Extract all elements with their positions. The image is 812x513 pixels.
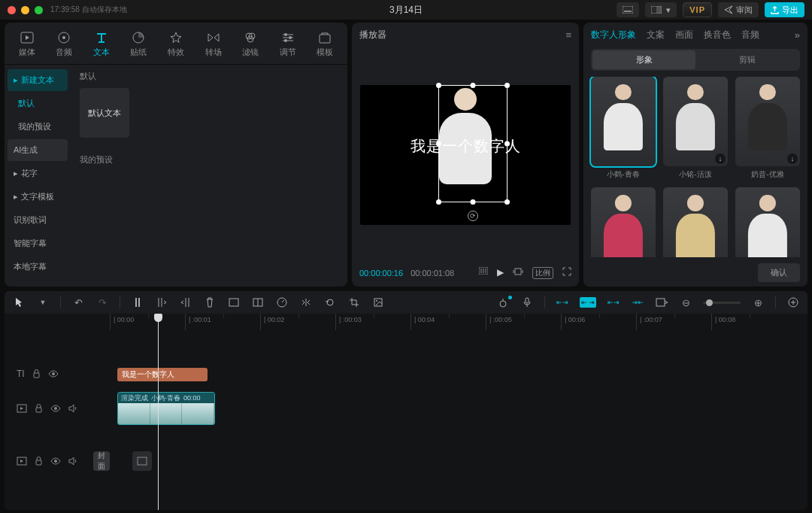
snap-c[interactable]: ⇤⇥ bbox=[607, 297, 620, 308]
trim-right-tool[interactable] bbox=[179, 297, 192, 308]
visibility-icon[interactable] bbox=[50, 457, 61, 465]
snap-a[interactable]: ⇤⇥ bbox=[556, 297, 569, 308]
rotate-handle[interactable]: ⟳ bbox=[468, 211, 478, 221]
crop-tool[interactable] bbox=[347, 297, 361, 308]
rtab-audio[interactable]: 音频 bbox=[741, 29, 759, 41]
review-button[interactable]: 审阅 bbox=[718, 2, 759, 17]
tab-audio[interactable]: 音频 bbox=[47, 27, 83, 64]
minimize-window[interactable] bbox=[21, 6, 29, 14]
send-icon bbox=[724, 5, 733, 14]
auto-tool[interactable] bbox=[496, 297, 510, 308]
assets-panel: 媒体 音频 文本 贴纸 特效 转场 滤镜 调节 模板 ▸新建文本 默认 我的预设… bbox=[5, 23, 347, 287]
sidebar-my-presets[interactable]: 我的预设 bbox=[8, 116, 68, 138]
tab-sticker[interactable]: 贴纸 bbox=[121, 27, 157, 64]
pointer-tool[interactable] bbox=[12, 297, 26, 308]
svg-point-13 bbox=[284, 39, 287, 42]
maximize-window[interactable] bbox=[35, 6, 43, 14]
trim-left-tool[interactable] bbox=[155, 297, 168, 308]
playhead[interactable] bbox=[158, 314, 159, 510]
zoom-out[interactable]: ⊖ bbox=[679, 297, 692, 308]
tab-media[interactable]: 媒体 bbox=[9, 27, 45, 64]
seg-shape[interactable]: 形象 bbox=[592, 50, 695, 69]
avatar-card[interactable]: ↓ bbox=[735, 187, 800, 257]
layout-b-button[interactable]: ▾ bbox=[645, 2, 677, 17]
player-menu-icon[interactable]: ≡ bbox=[565, 29, 571, 41]
lock-icon[interactable] bbox=[32, 369, 41, 378]
sidebar-fancy-text[interactable]: ▸花字 bbox=[8, 162, 68, 184]
rtab-avatar[interactable]: 数字人形象 bbox=[591, 29, 636, 41]
preview-tool[interactable] bbox=[655, 298, 668, 307]
sidebar-new-text[interactable]: ▸新建文本 bbox=[8, 69, 68, 91]
rtab-more-icon[interactable]: » bbox=[795, 29, 800, 41]
avatar-card[interactable]: ↓ bbox=[663, 187, 728, 257]
smart-tool[interactable] bbox=[371, 297, 385, 308]
fullscreen-icon[interactable] bbox=[562, 267, 571, 279]
svg-rect-1 bbox=[624, 11, 632, 12]
tab-filter[interactable]: 滤镜 bbox=[232, 27, 268, 64]
mic-tool[interactable] bbox=[520, 297, 534, 308]
avatar-card[interactable]: ↓ bbox=[591, 187, 656, 257]
split-tool[interactable] bbox=[131, 297, 144, 308]
snap-b[interactable]: ⇤ ⇥ bbox=[580, 297, 596, 308]
sidebar-lyrics[interactable]: 识别歌词 bbox=[8, 209, 68, 231]
tab-template[interactable]: 模板 bbox=[308, 27, 344, 64]
sidebar-default[interactable]: 默认 bbox=[8, 93, 68, 114]
add-clip-placeholder[interactable] bbox=[132, 451, 152, 471]
visibility-icon[interactable] bbox=[48, 370, 59, 378]
redo-button[interactable]: ↷ bbox=[95, 297, 109, 308]
mute-icon[interactable] bbox=[68, 457, 77, 466]
export-button[interactable]: 导出 bbox=[765, 2, 804, 17]
selection-box[interactable]: ⟳ bbox=[438, 85, 508, 202]
player-stage[interactable]: 我是一个数字人 ⟳ bbox=[352, 47, 579, 263]
rotate-tool[interactable] bbox=[323, 297, 337, 308]
undo-button[interactable]: ↶ bbox=[71, 297, 85, 308]
rtab-picture[interactable]: 画面 bbox=[675, 29, 693, 41]
player-panel: 播放器 ≡ 我是一个数字人 ⟳ 00:00:00:16 00:00:01:08 … bbox=[352, 23, 579, 287]
play-button[interactable]: ▶ bbox=[497, 267, 504, 279]
ratio-button[interactable]: 比例 bbox=[532, 267, 553, 279]
text-clip[interactable]: 我是一个数字人 bbox=[117, 368, 208, 381]
tab-text[interactable]: 文本 bbox=[83, 27, 120, 64]
mirror-tool[interactable] bbox=[299, 298, 313, 307]
avatar-name: 奶昔-优雅 bbox=[735, 169, 800, 180]
vip-badge[interactable]: VIP bbox=[683, 2, 712, 17]
visibility-icon[interactable] bbox=[50, 405, 61, 412]
avatar-card[interactable]: ↓奶昔-优雅 bbox=[735, 77, 800, 180]
zoom-fit[interactable] bbox=[786, 297, 800, 308]
cover-chip[interactable]: 封面 bbox=[93, 451, 110, 471]
timecode-current: 00:00:00:16 bbox=[359, 269, 403, 278]
pointer-dropdown[interactable]: ▼ bbox=[36, 299, 50, 306]
sidebar-smart-captions[interactable]: 智能字幕 bbox=[8, 232, 68, 254]
avatar-card[interactable]: ↓小铭-活泼 bbox=[663, 77, 728, 180]
zoom-in[interactable]: ⊕ bbox=[751, 297, 765, 308]
lock-icon[interactable] bbox=[35, 457, 43, 466]
svg-rect-17 bbox=[229, 299, 238, 306]
sidebar-text-template[interactable]: ▸文字模板 bbox=[8, 186, 68, 208]
seg-edit[interactable]: 剪辑 bbox=[695, 50, 798, 69]
video-clip[interactable]: 渲染完成 小鹤-青春 00:00 bbox=[117, 392, 215, 425]
default-text-preset[interactable]: 默认文本 bbox=[80, 88, 129, 138]
avatar-card[interactable]: 小鹤-青春 bbox=[591, 77, 656, 180]
rtab-voice[interactable]: 换音色 bbox=[704, 29, 731, 41]
tab-adjust[interactable]: 调节 bbox=[270, 27, 306, 64]
freeze-tool[interactable] bbox=[251, 298, 265, 307]
snap-d[interactable]: ⇥⇤ bbox=[631, 297, 644, 308]
tab-effects[interactable]: 特效 bbox=[158, 27, 194, 64]
lock-icon[interactable] bbox=[35, 404, 43, 413]
svg-point-11 bbox=[284, 33, 287, 36]
frame-tool[interactable] bbox=[227, 298, 241, 307]
sidebar-ai-generate[interactable]: AI生成 bbox=[8, 139, 68, 161]
preview-quality-icon[interactable] bbox=[479, 267, 488, 279]
sidebar-local-captions[interactable]: 本地字幕 bbox=[8, 256, 68, 278]
close-window[interactable] bbox=[8, 6, 16, 14]
speed-tool[interactable] bbox=[275, 297, 289, 308]
time-ruler[interactable]: | 00:00| :00:01| 00:02| :00:03| 00:04| :… bbox=[5, 314, 807, 330]
confirm-button[interactable]: 确认 bbox=[758, 263, 800, 282]
zoom-slider[interactable] bbox=[703, 302, 741, 304]
delete-tool[interactable] bbox=[203, 297, 217, 308]
layout-a-button[interactable] bbox=[617, 2, 639, 17]
mute-icon[interactable] bbox=[68, 404, 77, 413]
frame-icon[interactable] bbox=[513, 267, 523, 279]
rtab-script[interactable]: 文案 bbox=[647, 29, 665, 41]
tab-transition[interactable]: 转场 bbox=[195, 27, 232, 64]
